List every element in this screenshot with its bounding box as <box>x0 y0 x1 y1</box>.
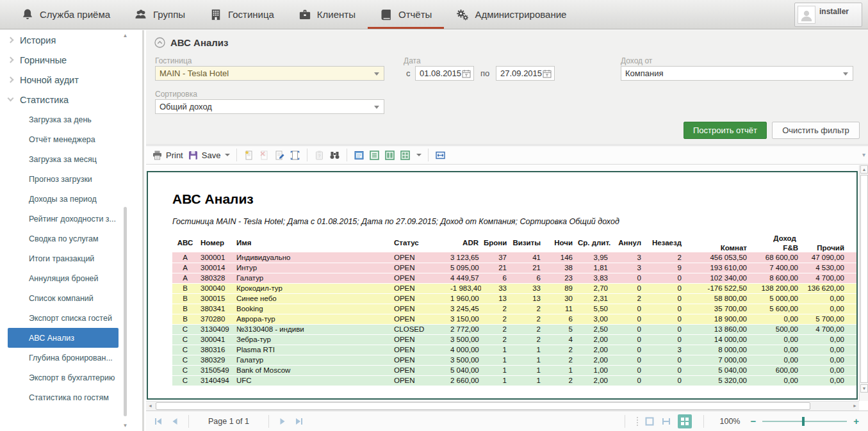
sidebar-item-2[interactable]: Ночной аудит <box>0 70 142 90</box>
fit-page-width-button[interactable] <box>661 416 671 427</box>
nav-item-clients[interactable]: Клиенты <box>286 0 368 29</box>
sidebar-item-6[interactable]: Загрузка за месяц <box>0 149 142 169</box>
sidebar-item-18[interactable]: Статистика по гостям <box>0 387 142 407</box>
cell-other-income: 0,00 <box>801 293 847 304</box>
previous-page-button[interactable] <box>167 418 183 425</box>
delete-page-button[interactable] <box>259 150 270 161</box>
sidebar-item-10[interactable]: Сводка по услугам <box>0 229 142 248</box>
nav-item-hotel[interactable]: Гостиница <box>197 0 286 29</box>
sidebar-item-label: Аннуляция броней <box>29 274 98 283</box>
grip-handle-icon[interactable] <box>637 417 638 426</box>
calendar-icon[interactable] <box>462 69 471 78</box>
toolbar-overflow-icon[interactable]: ▾ <box>862 151 865 158</box>
cell-nights: 23 <box>543 273 575 283</box>
sidebar-item-3[interactable]: Статистика <box>0 90 142 110</box>
report-horizontal-scrollbar[interactable]: ◄ ► <box>146 401 859 411</box>
income-from-select[interactable]: Компания <box>621 66 853 81</box>
scrollbar-thumb[interactable] <box>156 402 810 410</box>
table-row: А 380328 Галатур OPEN 4 449,57 6 6 23 3,… <box>172 273 858 283</box>
sidebar-scrollbar[interactable]: ▲ ▼ <box>122 33 128 428</box>
print-button[interactable]: Print <box>152 150 183 161</box>
scrollbar-thumb[interactable] <box>124 207 127 417</box>
zoom-out-button[interactable]: − <box>750 416 756 427</box>
cell-abc: С <box>172 334 198 345</box>
sidebar-item-11[interactable]: Итоги транзакций <box>0 248 142 268</box>
sidebar-item-label: Сводка по услугам <box>29 234 99 243</box>
scroll-up-icon[interactable]: ▲ <box>860 165 868 174</box>
next-page-button[interactable] <box>274 418 291 425</box>
multi-page-caret-icon[interactable] <box>416 154 422 156</box>
sidebar-item-9[interactable]: Рейтинг доходности з... <box>0 209 142 229</box>
cell-bookings: 37 <box>481 252 509 263</box>
table-row: С 380329 Галатур OPEN 3 500,00 1 1 2 2,0… <box>172 355 858 365</box>
nav-item-front-desk[interactable]: Служба приёма <box>9 0 122 29</box>
scroll-right-icon[interactable]: ► <box>851 402 859 410</box>
save-button[interactable]: Save <box>188 150 231 161</box>
panel-header[interactable]: АВС Анализ <box>154 37 229 48</box>
cell-visits: 2 <box>509 334 543 345</box>
cell-total-income: 8 <box>847 345 858 355</box>
cell-cancelled: 0 <box>610 283 644 293</box>
sidebar-item-14[interactable]: Экспорт списка гостей <box>0 308 142 328</box>
hotel-select[interactable]: MAIN - Tesla Hotel <box>155 66 384 81</box>
edit-page-button[interactable] <box>274 150 285 161</box>
collapse-panel-icon[interactable] <box>154 37 165 48</box>
clear-filter-button[interactable]: Очистить фильтр <box>772 122 860 139</box>
calendar-icon[interactable] <box>543 69 552 78</box>
two-page-view-button[interactable] <box>384 150 395 161</box>
sidebar-item-0[interactable]: История <box>0 30 142 50</box>
cell-adr: 3 500,00 <box>448 334 481 345</box>
sidebar-item-12[interactable]: Аннуляция броней <box>0 268 142 288</box>
multiple-pages-zoom-button[interactable] <box>678 414 692 428</box>
last-page-button[interactable] <box>291 418 307 425</box>
sidebar-item-1[interactable]: Горничные <box>0 50 142 70</box>
zoom-slider-handle[interactable] <box>802 417 805 426</box>
scrollbar-thumb[interactable] <box>860 175 868 383</box>
new-page-button[interactable] <box>243 150 254 161</box>
scroll-down-icon[interactable]: ▼ <box>122 423 128 428</box>
save-dropdown-caret-icon[interactable] <box>225 154 230 156</box>
nav-item-reports[interactable]: Отчёты <box>368 0 444 29</box>
cell-cancelled: 0 <box>610 375 644 386</box>
zoom-slider[interactable] <box>762 417 847 426</box>
scroll-up-icon[interactable]: ▲ <box>122 33 128 38</box>
sidebar-item-8[interactable]: Доходы за период <box>0 189 142 209</box>
sidebar-item-7[interactable]: Прогноз загрузки <box>0 169 142 189</box>
cell-total-income: 115 <box>847 273 858 283</box>
find-button[interactable] <box>329 150 340 161</box>
sidebar-item-4[interactable]: Загрузка за день <box>0 110 142 129</box>
build-report-button[interactable]: Построить отчёт <box>684 122 767 139</box>
cell-cancelled: 2 <box>610 293 644 304</box>
cell-total-income: 7 <box>847 355 858 365</box>
cell-noshow: 0 <box>644 324 684 334</box>
report-vertical-scrollbar[interactable]: ▲ ▼ <box>859 165 868 401</box>
first-page-button[interactable] <box>150 418 167 425</box>
fit-whole-page-button[interactable] <box>644 416 655 427</box>
cell-visits: 2 <box>509 304 543 314</box>
report-status-bar: Page 1 of 1 100% − + <box>146 411 868 431</box>
cell-bookings: 21 <box>481 263 509 273</box>
zoom-in-button[interactable]: + <box>853 416 859 427</box>
sidebar-item-13[interactable]: Список компаний <box>0 288 142 308</box>
page-width-button[interactable] <box>435 150 446 161</box>
nav-item-administration[interactable]: Администрирование <box>444 0 578 29</box>
cell-bookings: 2 <box>481 324 509 334</box>
user-menu[interactable]: installer <box>794 3 862 27</box>
sidebar-item-17[interactable]: Экспорт в бухгалтерию <box>0 368 142 387</box>
sidebar-item-15[interactable]: АВС Анализ <box>8 328 119 348</box>
preview-mode-button[interactable] <box>354 150 364 161</box>
chevron-icon <box>8 95 14 102</box>
multi-page-view-button[interactable] <box>400 150 411 161</box>
date-to-input[interactable]: 27.09.2015 <box>496 66 555 81</box>
col-header: F&B <box>749 243 801 252</box>
nav-item-groups[interactable]: Группы <box>122 0 197 29</box>
sidebar-item-16[interactable]: Глубина бронирован... <box>0 348 142 368</box>
sort-select[interactable]: Общий доход <box>155 99 384 114</box>
paste-watermark-button[interactable]: ? <box>314 150 325 161</box>
sidebar-item-5[interactable]: Отчёт менеджера <box>0 129 142 149</box>
page-setup-button[interactable] <box>290 150 300 161</box>
date-from-input[interactable]: 01.08.2015 <box>415 66 474 81</box>
scroll-left-icon[interactable]: ◄ <box>146 402 154 410</box>
scroll-down-icon[interactable]: ▼ <box>860 384 868 393</box>
single-page-view-button[interactable] <box>369 150 380 161</box>
